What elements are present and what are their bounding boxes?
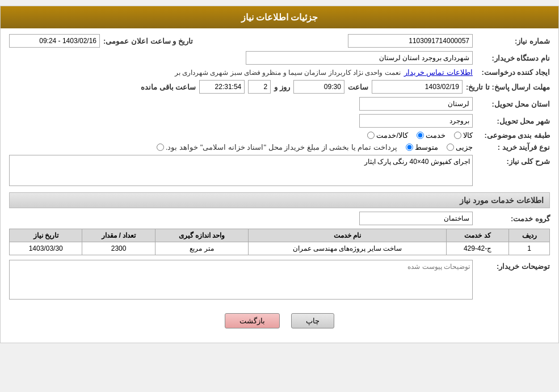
cell-radif: 1 [509, 242, 550, 255]
time-input[interactable] [293, 80, 344, 94]
tozihat-textarea[interactable] [9, 260, 473, 300]
tabaqebandi-kalakhedmat-radio[interactable] [367, 132, 375, 139]
tabaqebandi-khedmat-radio[interactable] [417, 132, 424, 139]
ejadKonande-value: نعمت واحدی نژاد کاربرداز سازمان سیما و م… [175, 69, 401, 77]
countdown-label: ساعت باقی مانده [141, 83, 196, 91]
tabaqebandi-kala-radio[interactable] [454, 132, 461, 139]
nowFarayand-motavaset: متوسط [406, 143, 438, 151]
shomareNiaz-row: شماره نیاز: تاریخ و ساعت اعلان عمومی: [9, 34, 550, 48]
nowFarayand-jozi-radio[interactable] [447, 144, 454, 151]
cell-tarikh: 1403/03/30 [10, 242, 82, 255]
nowFarayand-pardakht-label: پرداخت تمام یا بخشی از مبلغ خریداز محل "… [166, 143, 397, 151]
ostan-row: استان محل تحویل: [9, 97, 550, 111]
back-button[interactable]: بازگشت [225, 313, 280, 328]
nowFarayand-motavaset-label: متوسط [415, 143, 438, 151]
col-tedad: تعداد / مقدار [82, 229, 155, 242]
tabaqebandi-kala-label: کالا [463, 131, 473, 140]
grooh-input[interactable] [359, 212, 473, 225]
tarikhAelan-label: تاریخ و ساعت اعلان عمومی: [103, 37, 193, 45]
col-name: نام خدمت [249, 229, 447, 242]
services-table: ردیف کد خدمت نام خدمت واحد اندازه گیری ت… [9, 229, 550, 255]
ejadKonande-link[interactable]: اطلاعات تماس خریدار [404, 68, 473, 77]
shahr-row: شهر محل تحویل: [9, 114, 550, 128]
tabaqebandi-kalakhedmat: کالا/خدمت [367, 131, 408, 140]
sharh-row: شرح کلی نیاز: اجرای کفپوش 40×40 رنگی پار… [9, 155, 550, 188]
nowFarayand-motavaset-radio[interactable] [406, 144, 413, 151]
buttons-row: چاپ بازگشت [9, 305, 550, 337]
cell-vahed: متر مربع [155, 242, 248, 255]
tabaqebandi-khedmat: خدمت [417, 131, 445, 140]
nowFarayand-group: جزیی متوسط پرداخت تمام یا بخشی از مبلغ خ… [157, 143, 473, 151]
sharh-label: شرح کلی نیاز: [476, 155, 550, 166]
shahr-input[interactable] [359, 114, 473, 128]
nowFarayand-pardakht-radio[interactable] [157, 144, 164, 151]
tabaqebandi-label: طبقه بندی موضوعی: [476, 131, 550, 140]
info-section-title: اطلاعات خدمات مورد نیاز [9, 192, 550, 208]
grooh-row: گروه خدمت: [9, 212, 550, 225]
col-vahed: واحد اندازه گیری [155, 229, 248, 242]
tabaqebandi-kala: کالا [454, 131, 473, 140]
page-title: جزئیات اطلاعات نیاز [241, 12, 318, 22]
rooz-label: روز و [274, 83, 290, 91]
col-radif: ردیف [509, 229, 550, 242]
cell-kod: ج-42-429 [446, 242, 509, 255]
tabaqebandi-kalakhedmat-label: کالا/خدمت [376, 131, 408, 140]
countdown-input[interactable] [199, 80, 245, 94]
nowFarayand-pardakht: پرداخت تمام یا بخشی از مبلغ خریداز محل "… [157, 143, 397, 151]
mohlat-label: مهلت ارسال پاسخ: تا تاریخ: [466, 83, 550, 91]
date-input[interactable] [372, 80, 463, 94]
nowFarayand-label: نوع فرآیند خرید : [476, 143, 550, 151]
tozihat-row: توضیحات خریدار: [9, 260, 550, 301]
ejadKonande-row: ایجاد کننده درخواست: اطلاعات تماس خریدار… [9, 68, 550, 77]
rooz-input[interactable] [248, 80, 271, 94]
ejadKonande-label: ایجاد کننده درخواست: [476, 68, 550, 77]
cell-name: ساخت سایر پروژه‌های مهندسی عمران [249, 242, 447, 255]
col-kod: کد خدمت [446, 229, 509, 242]
page-header: جزئیات اطلاعات نیاز [1, 6, 558, 28]
time-label: ساعت [348, 83, 368, 91]
grooh-label: گروه خدمت: [476, 214, 550, 223]
tabaqebandi-row: طبقه بندی موضوعی: کالا خدمت کالا/خدمت [9, 131, 550, 140]
namDastgah-input[interactable] [246, 51, 473, 65]
nowFarayand-row: نوع فرآیند خرید : جزیی متوسط پرداخت تمام… [9, 143, 550, 151]
nowFarayand-jozi-label: جزیی [456, 143, 473, 151]
ostan-label: استان محل تحویل: [476, 100, 550, 108]
tarikhAelan-input[interactable] [9, 34, 100, 48]
col-tarikh: تاریخ نیاز [10, 229, 82, 242]
shomareNiaz-input[interactable] [348, 34, 473, 48]
tabaqebandi-khedmat-label: خدمت [426, 131, 445, 140]
shomareNiaz-label: شماره نیاز: [476, 37, 550, 45]
tozihat-label: توضیحات خریدار: [476, 260, 550, 271]
mohlat-row: مهلت ارسال پاسخ: تا تاریخ: ساعت روز و سا… [9, 80, 550, 94]
sharh-textarea[interactable]: اجرای کفپوش 40×40 رنگی پارک ایثار [9, 155, 473, 186]
cell-tedad: 2300 [82, 242, 155, 255]
tabaqebandi-group: کالا خدمت کالا/خدمت [367, 131, 473, 140]
print-button[interactable]: چاپ [291, 313, 334, 328]
nowFarayand-jozi: جزیی [447, 143, 473, 151]
shahr-label: شهر محل تحویل: [476, 117, 550, 125]
namDastgah-row: نام دستگاه خریدار: [9, 51, 550, 65]
table-row: 1 ج-42-429 ساخت سایر پروژه‌های مهندسی عم… [10, 242, 550, 255]
ostan-input[interactable] [359, 97, 473, 111]
namDastgah-label: نام دستگاه خریدار: [476, 54, 550, 62]
